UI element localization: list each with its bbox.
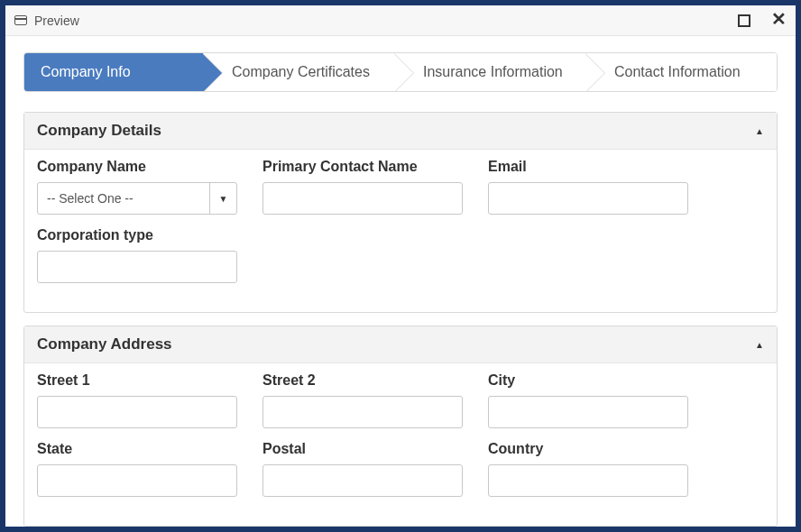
chevron-down-icon: ▼: [209, 183, 236, 214]
label-country: Country: [488, 441, 688, 457]
collapse-icon: ▲: [755, 340, 764, 350]
panel-header-company-address[interactable]: Company Address ▲: [24, 326, 777, 363]
panel-body: Company Name -- Select One -- ▼ Primary …: [24, 150, 777, 312]
content-area: Company Info Company Certificates Insura…: [5, 36, 796, 527]
panel-company-details: Company Details ▲ Company Name -- Select…: [23, 112, 778, 313]
primary-contact-input[interactable]: [262, 182, 463, 215]
label-postal: Postal: [262, 441, 463, 457]
close-button[interactable]: ✕: [770, 13, 787, 29]
titlebar-controls: ✕: [738, 13, 787, 29]
street2-input[interactable]: [262, 396, 463, 428]
label-street1: Street 1: [37, 372, 237, 389]
titlebar: Preview ✕: [5, 5, 796, 36]
step-label: Insurance Information: [423, 64, 563, 80]
step-contact-information[interactable]: Contact Information: [585, 53, 777, 91]
field-company-name: Company Name -- Select One -- ▼: [37, 159, 237, 215]
field-state: State: [37, 441, 237, 497]
panel-title: Company Details: [37, 122, 161, 140]
field-primary-contact: Primary Contact Name: [262, 159, 463, 215]
window-title: Preview: [34, 14, 79, 28]
wizard-steps: Company Info Company Certificates Insura…: [23, 52, 778, 92]
window-icon: [14, 15, 27, 25]
preview-window: Preview ✕ Company Info Company Certifica…: [0, 0, 801, 532]
step-label: Contact Information: [614, 64, 741, 80]
select-value: -- Select One --: [38, 191, 209, 206]
step-company-info[interactable]: Company Info: [24, 53, 203, 91]
label-corporation-type: Corporation type: [37, 227, 237, 243]
step-label: Company Certificates: [232, 64, 370, 80]
state-input[interactable]: [37, 464, 237, 497]
step-insurance-information[interactable]: Insurance Information: [394, 53, 585, 91]
postal-input[interactable]: [262, 464, 463, 497]
field-street1: Street 1: [37, 372, 237, 428]
panel-body: Street 1 Street 2 City State: [24, 363, 777, 526]
maximize-button[interactable]: [738, 14, 750, 27]
step-company-certificates[interactable]: Company Certificates: [203, 53, 394, 91]
label-company-name: Company Name: [37, 159, 237, 175]
label-email: Email: [488, 159, 688, 175]
field-email: Email: [488, 159, 688, 215]
field-street2: Street 2: [262, 372, 463, 428]
label-state: State: [37, 441, 237, 457]
label-street2: Street 2: [262, 372, 463, 389]
country-input[interactable]: [488, 464, 688, 497]
street1-input[interactable]: [37, 396, 237, 428]
titlebar-left: Preview: [14, 14, 79, 28]
email-input[interactable]: [488, 182, 688, 215]
collapse-icon: ▲: [755, 126, 764, 136]
label-primary-contact: Primary Contact Name: [262, 159, 463, 175]
step-label: Company Info: [41, 64, 131, 80]
label-city: City: [488, 372, 688, 389]
corporation-type-input[interactable]: [37, 251, 237, 283]
field-country: Country: [488, 441, 688, 497]
field-city: City: [488, 372, 688, 428]
company-name-select[interactable]: -- Select One -- ▼: [37, 182, 237, 215]
field-postal: Postal: [262, 441, 463, 497]
panel-header-company-details[interactable]: Company Details ▲: [24, 113, 777, 150]
panel-company-address: Company Address ▲ Street 1 Street 2 City: [23, 326, 778, 527]
panel-title: Company Address: [37, 335, 172, 353]
city-input[interactable]: [488, 396, 688, 428]
field-corporation-type: Corporation type: [37, 227, 237, 283]
